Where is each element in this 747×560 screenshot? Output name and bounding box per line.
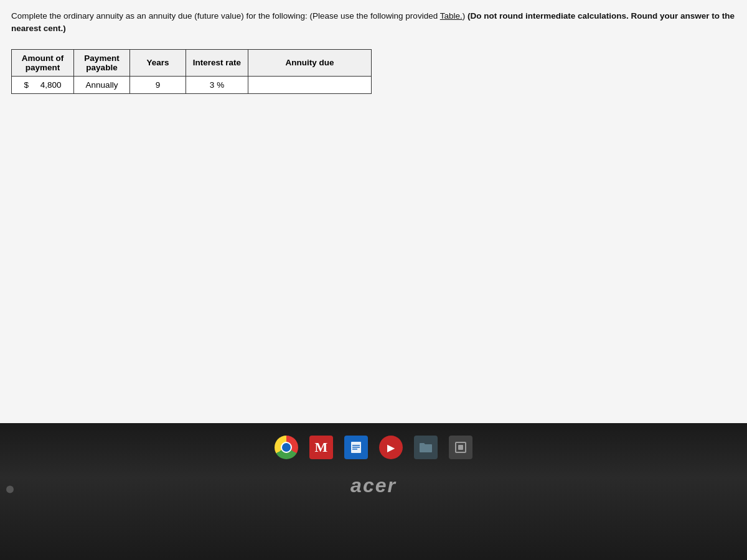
col-header-annuity-due: Annuity due <box>248 49 372 76</box>
annuity-due-input[interactable] <box>255 80 365 90</box>
instruction-text-before-link: Complete the ordinary annuity as an annu… <box>11 11 440 21</box>
cell-amount: $ 4,800 <box>12 76 74 93</box>
svg-rect-2 <box>352 447 360 448</box>
svg-rect-5 <box>458 445 463 450</box>
screenshot-icon[interactable] <box>449 436 472 459</box>
annuity-table-wrapper: Amount of payment Payment payable Years … <box>11 49 736 94</box>
folder-icon[interactable] <box>414 436 438 459</box>
col-header-payment: Payment payable <box>74 49 130 76</box>
taskbar: M ▶ acer <box>0 423 747 560</box>
col-header-interest-rate: Interest rate <box>186 49 248 76</box>
taskbar-left-indicator <box>6 485 14 493</box>
table-row: $ 4,800 Annually 9 3 % <box>12 76 372 93</box>
chrome-icon[interactable] <box>275 436 298 459</box>
youtube-icon[interactable]: ▶ <box>379 436 403 459</box>
amount-value: 4,800 <box>40 80 62 90</box>
svg-rect-1 <box>352 445 360 446</box>
cell-years: 9 <box>130 76 186 93</box>
instruction-paragraph: Complete the ordinary annuity as an annu… <box>11 10 736 35</box>
acer-logo: acer <box>350 474 397 497</box>
table-link[interactable]: Table. <box>440 11 463 21</box>
docs-icon[interactable] <box>344 436 368 459</box>
percent-sign: % <box>217 80 224 90</box>
cell-payment-payable: Annually <box>74 76 130 93</box>
main-content: Complete the ordinary annuity as an annu… <box>0 0 747 423</box>
cell-interest-rate: 3 % <box>186 76 248 93</box>
col-header-years: Years <box>130 49 186 76</box>
annuity-table: Amount of payment Payment payable Years … <box>11 49 372 94</box>
table-header-row: Amount of payment Payment payable Years … <box>12 49 372 76</box>
instruction-text-after-link: ) <box>463 11 467 21</box>
taskbar-icons-row: M ▶ <box>275 436 472 459</box>
cell-annuity-due[interactable] <box>248 76 372 93</box>
svg-rect-3 <box>352 449 357 450</box>
gmail-icon[interactable]: M <box>309 436 333 459</box>
col-header-amount: Amount of payment <box>12 49 74 76</box>
currency-symbol: $ <box>24 80 29 90</box>
